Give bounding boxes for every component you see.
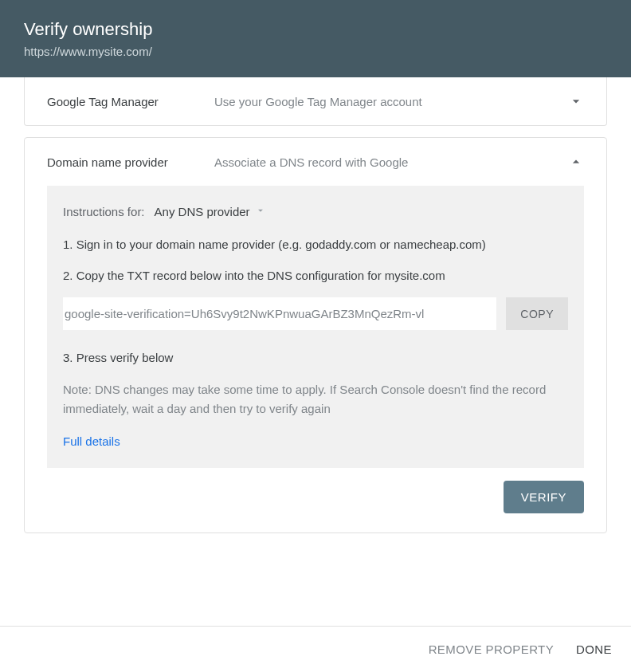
dns-note: Note: DNS changes may take some time to … <box>63 380 568 419</box>
method-card-header-tag-manager[interactable]: Google Tag Manager Use your Google Tag M… <box>25 77 606 125</box>
step-3: 3. Press verify below <box>63 349 568 367</box>
chevron-down-icon <box>568 93 584 109</box>
copy-button[interactable]: COPY <box>506 297 568 330</box>
dialog-footer: REMOVE PROPERTY DONE <box>0 626 631 672</box>
method-subtitle: Use your Google Tag Manager account <box>214 95 568 108</box>
step-1: 1. Sign in to your domain name provider … <box>63 236 568 254</box>
method-subtitle: Associate a DNS record with Google <box>214 155 568 169</box>
step-3-bold: verify <box>110 351 139 364</box>
method-card-header-dns[interactable]: Domain name provider Associate a DNS rec… <box>25 138 606 186</box>
full-details-link[interactable]: Full details <box>63 434 120 448</box>
step-3-prefix: 3. Press <box>63 351 110 364</box>
dialog-title: Verify ownership <box>24 19 607 40</box>
dialog-site-url: https://www.mysite.com/ <box>24 45 607 58</box>
method-title: Google Tag Manager <box>47 95 214 108</box>
dns-provider-selected: Any DNS provider <box>155 205 250 218</box>
method-card-dns: Domain name provider Associate a DNS rec… <box>24 137 607 533</box>
done-button[interactable]: DONE <box>576 643 612 656</box>
step-2: 2. Copy the TXT record below into the DN… <box>63 267 568 285</box>
txt-record-input[interactable] <box>63 297 496 330</box>
method-title: Domain name provider <box>47 155 214 169</box>
verify-button[interactable]: VERIFY <box>504 481 584 513</box>
caret-down-icon <box>255 205 266 218</box>
step-2-domain: mysite.com <box>385 269 445 282</box>
dialog-header: Verify ownership https://www.mysite.com/ <box>0 0 631 77</box>
remove-property-button[interactable]: REMOVE PROPERTY <box>429 643 554 656</box>
method-card-tag-manager: Google Tag Manager Use your Google Tag M… <box>24 77 607 126</box>
instructions-for-label: Instructions for: <box>63 205 145 218</box>
step-3-suffix: below <box>139 351 173 364</box>
dns-instructions-panel: Instructions for: Any DNS provider 1. Si… <box>47 186 584 468</box>
step-2-prefix: 2. Copy the TXT record below into the DN… <box>63 269 385 282</box>
chevron-up-icon <box>568 154 584 170</box>
dns-provider-dropdown[interactable]: Any DNS provider <box>155 205 266 218</box>
